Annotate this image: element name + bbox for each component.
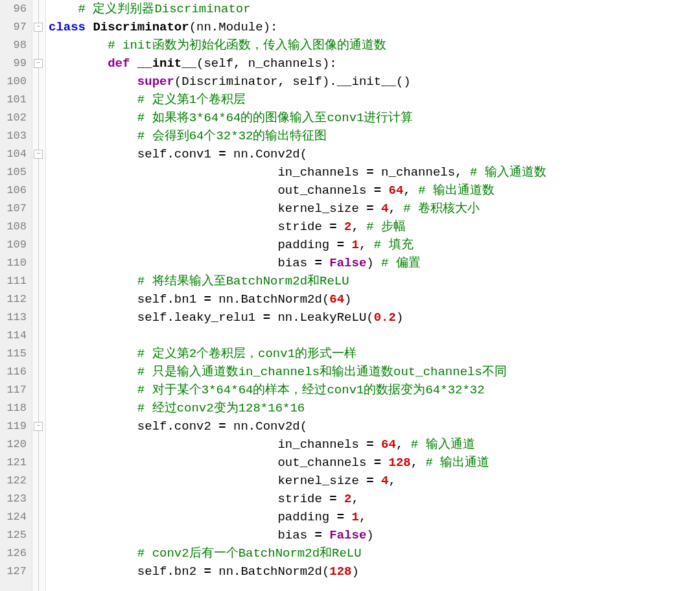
code-line[interactable]: padding = 1, # 填充: [49, 236, 700, 254]
line-number: 103: [0, 127, 27, 145]
code-token: =: [366, 202, 381, 216]
code-token: ): [366, 256, 381, 270]
line-number: 112: [0, 290, 27, 308]
code-token: =: [204, 292, 218, 307]
line-number: 116: [0, 363, 27, 381]
line-number: 100: [0, 73, 27, 91]
code-token: [49, 38, 108, 52]
code-token: =: [366, 474, 381, 488]
line-number: 125: [0, 526, 27, 544]
code-line[interactable]: # 定义第1个卷积层: [49, 91, 700, 109]
code-token: # 输出通道: [426, 456, 490, 470]
code-token: ): [396, 310, 403, 325]
code-token: [49, 129, 137, 143]
code-token: # 会得到64个32*32的输出特征图: [137, 129, 327, 143]
code-token: 128: [389, 456, 411, 470]
code-line[interactable]: stride = 2, # 步幅: [49, 218, 700, 236]
fold-toggle-icon[interactable]: −: [34, 59, 43, 68]
line-number: 99: [0, 54, 27, 73]
code-token: nn.BatchNorm2d(: [218, 292, 329, 307]
code-token: kernel_size: [49, 202, 366, 216]
code-line[interactable]: # 会得到64个32*32的输出特征图: [49, 127, 700, 145]
code-token: 2: [344, 492, 351, 506]
code-token: ,: [359, 510, 366, 524]
code-token: ,: [411, 456, 426, 470]
code-line[interactable]: [49, 327, 700, 345]
code-token: (nn.Module):: [189, 20, 278, 34]
code-area[interactable]: # 定义判别器Discriminatorclass Discriminator(…: [46, 0, 700, 591]
code-line[interactable]: # 将结果输入至BatchNorm2d和ReLU: [49, 272, 700, 290]
code-line[interactable]: # 如果将3*64*64的的图像输入至conv1进行计算: [49, 109, 700, 127]
line-number: 114: [0, 327, 27, 345]
code-token: padding: [49, 238, 337, 252]
code-editor[interactable]: 9697989910010110210310410510610710810911…: [0, 0, 700, 591]
code-line[interactable]: self.bn2 = nn.BatchNorm2d(128): [49, 562, 700, 581]
code-line[interactable]: bias = False): [49, 526, 700, 544]
code-line[interactable]: # conv2后有一个BatchNorm2d和ReLU: [49, 544, 700, 562]
code-token: =: [337, 510, 352, 524]
code-token: # 步幅: [366, 220, 406, 234]
code-line[interactable]: self.leaky_relu1 = nn.LeakyReLU(0.2): [49, 308, 700, 327]
code-line[interactable]: # 定义判别器Discriminator: [49, 0, 700, 18]
line-number: 122: [0, 472, 27, 490]
code-line[interactable]: def __init__(self, n_channels):: [49, 54, 700, 73]
code-token: =: [337, 238, 352, 252]
code-token: [49, 75, 137, 89]
code-token: (Discriminator, self).__init__(): [174, 75, 411, 89]
code-token: 0.2: [374, 310, 396, 325]
code-line[interactable]: out_channels = 128, # 输出通道: [49, 454, 700, 472]
code-token: =: [314, 528, 329, 542]
code-line[interactable]: stride = 2,: [49, 490, 700, 508]
code-line[interactable]: self.bn1 = nn.BatchNorm2d(64): [49, 290, 700, 308]
code-token: 1: [352, 238, 359, 252]
code-token: =: [204, 564, 218, 579]
code-token: [49, 383, 137, 397]
code-token: out_channels: [49, 456, 374, 470]
fold-toggle-icon[interactable]: −: [34, 23, 43, 32]
code-line[interactable]: # 只是输入通道数in_channels和输出通道数out_channels不同: [49, 363, 700, 381]
code-line[interactable]: # init函数为初始化函数，传入输入图像的通道数: [49, 36, 700, 54]
code-token: ,: [396, 437, 411, 452]
code-line[interactable]: kernel_size = 4, # 卷积核大小: [49, 200, 700, 218]
line-number: 126: [0, 544, 27, 562]
code-token: # 对于某个3*64*64的样本，经过conv1的数据变为64*32*32: [137, 383, 485, 397]
code-token: out_channels: [49, 183, 374, 198]
code-line[interactable]: in_channels = n_channels, # 输入通道数: [49, 163, 700, 181]
code-line[interactable]: in_channels = 64, # 输入通道: [49, 435, 700, 454]
code-token: self.leaky_relu1: [49, 310, 263, 325]
code-token: # 将结果输入至BatchNorm2d和ReLU: [137, 274, 349, 288]
code-token: ,: [389, 202, 404, 216]
code-line[interactable]: bias = False) # 偏置: [49, 254, 700, 272]
code-line[interactable]: class Discriminator(nn.Module):: [49, 18, 700, 36]
line-number: 119: [0, 417, 27, 435]
code-token: bias: [49, 528, 314, 542]
code-line[interactable]: out_channels = 64, # 输出通道数: [49, 181, 700, 200]
code-token: [49, 274, 137, 288]
code-token: 128: [329, 564, 351, 579]
code-token: __init__: [137, 56, 196, 71]
code-token: ,: [403, 183, 418, 198]
line-number: 106: [0, 181, 27, 200]
code-token: 1: [352, 510, 359, 524]
line-number: 98: [0, 36, 27, 54]
fold-toggle-icon[interactable]: −: [34, 150, 43, 159]
code-line[interactable]: # 经过conv2变为128*16*16: [49, 399, 700, 417]
line-number: 102: [0, 109, 27, 127]
code-token: =: [263, 310, 278, 325]
code-token: 64: [329, 292, 344, 307]
code-line[interactable]: # 定义第2个卷积层，conv1的形式一样: [49, 345, 700, 363]
code-line[interactable]: self.conv2 = nn.Conv2d(: [49, 417, 700, 435]
line-number: 97: [0, 18, 27, 36]
fold-toggle-icon[interactable]: −: [34, 422, 43, 431]
code-line[interactable]: padding = 1,: [49, 508, 700, 526]
code-line[interactable]: # 对于某个3*64*64的样本，经过conv1的数据变为64*32*32: [49, 381, 700, 399]
code-token: nn.Conv2d(: [233, 419, 307, 434]
code-line[interactable]: kernel_size = 4,: [49, 472, 700, 490]
code-token: # 如果将3*64*64的的图像输入至conv1进行计算: [137, 111, 414, 125]
line-number: 127: [0, 562, 27, 581]
code-line[interactable]: super(Discriminator, self).__init__(): [49, 73, 700, 91]
line-number: 108: [0, 218, 27, 236]
code-token: self.bn1: [49, 292, 204, 307]
code-line[interactable]: self.conv1 = nn.Conv2d(: [49, 145, 700, 163]
code-token: self.conv2: [49, 419, 218, 434]
